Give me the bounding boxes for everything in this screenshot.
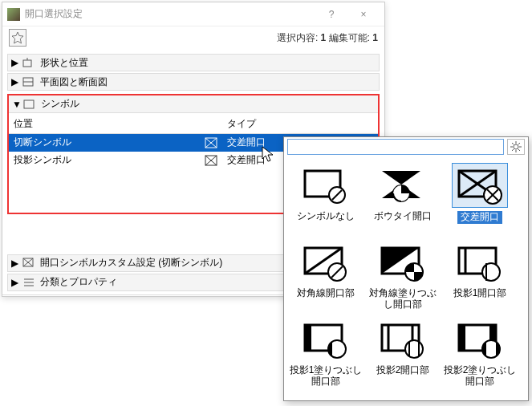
symbol-item-label: 交差開口: [457, 211, 502, 224]
row-type-icon: [200, 152, 222, 169]
cell-position: 投影シンボル: [9, 152, 200, 169]
chevron-down-icon: ▼: [12, 99, 18, 110]
chevron-right-icon: ▶: [11, 277, 18, 288]
top-row: 選択内容: 1 編集可能: 1: [2, 26, 384, 49]
symbol-item-none[interactable]: シンボルなし: [287, 160, 364, 237]
svg-rect-3: [24, 100, 34, 108]
symbol-item-diagonal[interactable]: 対角線開口部: [287, 237, 364, 314]
svg-point-17: [514, 144, 518, 149]
settings-button[interactable]: [507, 139, 525, 155]
svg-rect-0: [23, 60, 31, 67]
symbol-item-proj2-fill[interactable]: 投影2塗りつぶし開口部: [441, 314, 518, 391]
dialog-title: 開口選択設定: [25, 7, 315, 21]
popup-toolbar: [284, 137, 528, 156]
symbol-grid: シンボルなし ボウタイ開口 交差開口 対角線開口部 対角線塗りつぶし開口部 投影…: [284, 156, 528, 394]
gear-icon: [510, 141, 522, 152]
selection-count-label: 選択内容: 1 編集可能: 1: [277, 31, 378, 45]
symbol-item-label: ボウタイ開口: [374, 211, 432, 222]
section-symbol[interactable]: ▼ シンボル: [9, 95, 378, 113]
symbol-picker-popup: シンボルなし ボウタイ開口 交差開口 対角線開口部 対角線塗りつぶし開口部 投影…: [283, 136, 529, 401]
symbol-item-label: 投影1開口部: [453, 288, 507, 299]
symbol-item-label: 対角線塗りつぶし開口部: [366, 288, 440, 311]
symbol-item-bowtie[interactable]: ボウタイ開口: [364, 160, 441, 237]
chevron-right-icon: ▶: [11, 57, 18, 68]
symbol-item-label: 投影2開口部: [376, 365, 430, 376]
custom-symbol-icon: [22, 258, 35, 269]
symbol-item-label: シンボルなし: [297, 211, 355, 222]
col-type: タイプ: [222, 115, 359, 134]
symbol-item-label: 対角線開口部: [297, 288, 355, 299]
shape-icon: [22, 57, 35, 68]
titlebar: 開口選択設定 ? ×: [2, 2, 384, 26]
close-button[interactable]: ×: [347, 4, 380, 25]
col-position: 位置: [9, 115, 200, 134]
help-button[interactable]: ?: [315, 4, 347, 25]
cell-position: 切断シンボル: [9, 134, 200, 152]
section-shape-position[interactable]: ▶ 形状と位置: [7, 54, 380, 71]
symbol-item-proj1-fill[interactable]: 投影1塗りつぶし開口部: [287, 314, 364, 391]
chevron-right-icon: ▶: [11, 76, 18, 87]
section-label: 開口シンボルカスタム設定 (切断シンボル): [40, 256, 222, 270]
plan-icon: [22, 76, 35, 87]
app-icon: [7, 8, 20, 21]
symbol-item-diagonal-fill[interactable]: 対角線塗りつぶし開口部: [364, 237, 441, 314]
svg-line-24: [518, 143, 520, 144]
svg-point-45: [482, 263, 500, 281]
symbol-icon: [23, 99, 36, 110]
section-label: 平面図と断面図: [40, 75, 108, 89]
svg-line-23: [518, 149, 520, 151]
symbol-item-label: 投影1塗りつぶし開口部: [289, 365, 363, 388]
section-plan-section[interactable]: ▶ 平面図と断面図: [7, 73, 380, 91]
section-label: 形状と位置: [40, 56, 88, 70]
svg-line-25: [512, 149, 514, 151]
section-label: 分類とプロパティ: [40, 275, 117, 289]
svg-point-53: [405, 340, 423, 358]
symbol-item-proj1[interactable]: 投影1開口部: [441, 237, 518, 314]
svg-line-22: [512, 143, 514, 144]
symbol-item-label: 投影2塗りつぶし開口部: [443, 365, 517, 388]
search-input[interactable]: [287, 139, 504, 155]
list-icon: [22, 277, 35, 288]
row-type-icon: [200, 134, 222, 152]
section-label: シンボル: [41, 97, 79, 111]
symbol-item-cross[interactable]: 交差開口: [441, 160, 518, 237]
favorites-button[interactable]: [9, 29, 26, 47]
chevron-right-icon: ▶: [11, 258, 18, 269]
symbol-item-proj2[interactable]: 投影2開口部: [364, 314, 441, 391]
